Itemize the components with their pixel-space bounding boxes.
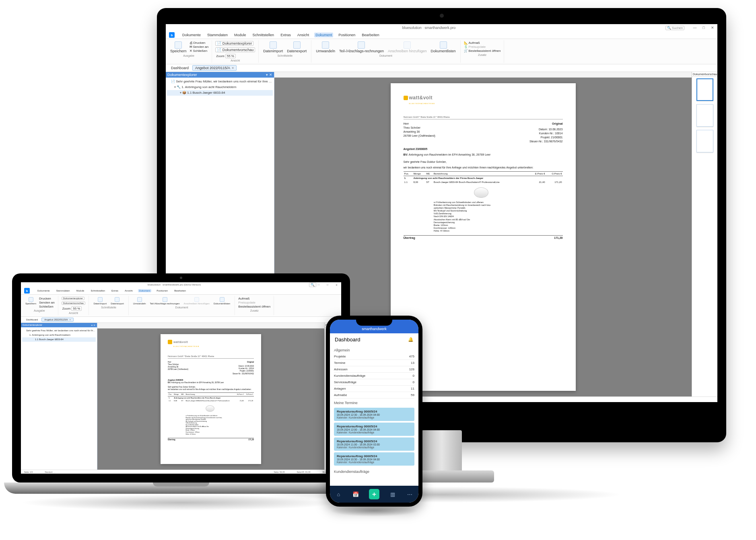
import-icon (270, 41, 277, 49)
nav-add-button[interactable]: ＋ (369, 489, 379, 499)
menu-dokumente[interactable]: Dokumente (181, 33, 202, 37)
save-icon (175, 41, 182, 49)
thumbnail-2[interactable] (696, 104, 713, 127)
menu-bearbeiten[interactable]: Bearbeiten (360, 33, 381, 37)
menu-extras[interactable]: Extras (279, 33, 292, 37)
zoom-control[interactable]: Zoom 55 % (215, 54, 237, 58)
mobile-header: Dashboard 🔔 (330, 333, 418, 346)
nav-home-icon[interactable]: ⌂ (334, 490, 342, 498)
export-icon (293, 41, 301, 49)
menu-ansicht[interactable]: Ansicht (296, 33, 311, 37)
menubar: b DokumenteStammdaten ModuleSchnittstell… (21, 287, 341, 294)
save-button[interactable]: Speichern (169, 41, 188, 53)
menubar: b Dokumente Stammdaten Module Schnittste… (166, 31, 717, 39)
appointment-card[interactable]: Reparaturauftrag 00005/2418.09.2024 12:0… (334, 423, 414, 436)
datenimport-button[interactable]: Datenimport (262, 41, 284, 53)
thumbnail-3[interactable] (696, 130, 713, 152)
nav-list-icon[interactable]: ▥ (389, 490, 397, 498)
product-description: ur Früherkennung von Schwelbränden und o… (434, 201, 562, 233)
app-title: bluesolution · smarthandwerk.pro (192, 26, 665, 30)
print-button[interactable]: 🖨 Drucken (190, 41, 209, 45)
ribbon: Speichern Drucken Senden an Schließen Au… (21, 294, 341, 317)
app-logo-icon: b (169, 32, 175, 38)
explorer-header: Dokumentexplorer▾ ✕ (166, 72, 274, 78)
table-row: 1.18,00STBusch-Jaeger 6833-84 Busch-Rauc… (404, 180, 563, 184)
send-button[interactable]: ✉ Senden an (190, 45, 209, 49)
appointment-card[interactable]: Reparaturauftrag 00005/2418.09.2024 10:3… (334, 452, 414, 466)
nav-more-icon[interactable]: ⋯ (406, 490, 414, 498)
tree-root[interactable]: 📄 Sehr geehrte Frau Müller, wir bedanken… (167, 79, 273, 84)
letter-icon (404, 41, 411, 49)
brand-mark-icon (404, 96, 408, 100)
product-image (474, 187, 488, 198)
carry-over: Übertrag171,20 (404, 235, 563, 240)
convert-icon (322, 41, 329, 49)
bottom-nav: ⌂ 📅 ＋ ▥ ⋯ (330, 486, 418, 503)
dokumentvorschau-toggle[interactable]: 📄 Dokumentvorschau (215, 47, 255, 52)
return-address: Heizmann GmbH * Breite Straße 10 * 48431… (404, 116, 563, 119)
document-tabs: Dashboard Angebot 2022/0115/A× (166, 64, 717, 72)
appointment-card[interactable]: Reparaturauftrag 00005/2418.09.2024 12:3… (334, 408, 414, 421)
dashboard-title: Dashboard (335, 337, 360, 343)
save-button[interactable]: Speichern (24, 297, 37, 305)
search-box[interactable]: 🔍 (309, 283, 316, 287)
minimize-button[interactable]: — (692, 26, 697, 30)
thumbnail-1[interactable] (696, 78, 713, 101)
maximize-button[interactable]: □ (701, 26, 706, 30)
section-kundendienst: Kundendienstaufträge (334, 467, 414, 475)
list-item[interactable]: Aufmaße59 (334, 392, 414, 398)
menu-stammdaten[interactable]: Stammdaten (206, 33, 229, 37)
close-button[interactable]: ✕ (710, 26, 715, 30)
document-number: Angebot 23/00005 (404, 147, 563, 151)
list-item[interactable]: Kundendienstaufträge0 (334, 373, 414, 379)
tree-section[interactable]: ▾🔧 1. Anbringung von acht Rauchmeldern (167, 84, 273, 90)
list-icon (440, 41, 447, 49)
umwandeln-button[interactable]: Umwandeln (315, 41, 336, 53)
mobile-app: smarthandwerk Dashboard 🔔 Allgemein Proj… (330, 320, 418, 503)
titlebar: bluesolution · smarthandwerk.pro 🔍 Suche… (166, 24, 717, 31)
menu-positionen[interactable]: Positionen (337, 33, 356, 37)
menu-module[interactable]: Module (233, 33, 247, 37)
section-allgemein: Allgemein (334, 346, 414, 353)
minimize-button[interactable]: — (316, 283, 321, 286)
nav-calendar-icon[interactable]: 📅 (352, 490, 360, 498)
close-doc-button[interactable]: ✕ Schließen (190, 49, 209, 53)
dokumentexplorer-toggle[interactable]: 📄 Dokumentexplorer (215, 41, 253, 46)
recipient-block: Herr Theo Schröer Amselring 36 26789 Lee… (404, 122, 435, 143)
dokumentlisten-button[interactable]: Dokumentlisten (430, 41, 457, 53)
tab-dashboard[interactable]: Dashboard (168, 65, 192, 71)
search-box[interactable]: 🔍 Suchen (665, 26, 684, 30)
aufmass-button[interactable]: 📐 Aufmaß (464, 41, 501, 45)
menu-schnittstellen[interactable]: Schnittstellen (251, 33, 276, 37)
datenexport-button[interactable]: Datenexport (286, 41, 308, 53)
ruler (274, 72, 692, 78)
list-item[interactable]: Serviceaufträge0 (334, 379, 414, 386)
meta-block: Original Datum: 10.08.2023 Kunden-Nr.: 1… (529, 122, 563, 143)
preview-panel: Dokumentvorschau (692, 72, 717, 396)
list-item[interactable]: Projekte475 (334, 353, 414, 360)
panel-controls[interactable]: ▾ ✕ (266, 73, 272, 77)
tree-position[interactable]: ▾📦 1.1 Busch-Jaeger 6833-84 (167, 90, 273, 96)
preisupdate-button: 💲 Preisupdate (464, 45, 501, 49)
list-item[interactable]: Termine13 (334, 360, 414, 366)
section-termine: Meine Termine (334, 398, 414, 406)
ribbon: Speichern 🖨 Drucken ✉ Senden an ✕ Schlie… (166, 39, 717, 64)
list-item[interactable]: Anlagen11 (334, 386, 414, 392)
invoice-icon (358, 41, 365, 49)
app-title: bluesolution · smarthandwerk.pro (Demo-V… (39, 283, 309, 286)
maximize-button[interactable]: □ (325, 283, 330, 286)
bell-icon[interactable]: 🔔 (408, 337, 414, 342)
tab-angebot[interactable]: Angebot 2022/0115/A× (192, 65, 237, 71)
close-icon[interactable]: × (232, 66, 234, 70)
close-button[interactable]: ✕ (334, 283, 339, 286)
menu-dokument[interactable]: Dokument (314, 33, 333, 37)
abschlag-button[interactable]: Teil-/Abschlags-rechnungen (338, 41, 385, 53)
positions-table: Pos.MengeMEBezeichnungE-Preis €G-Preis €… (404, 171, 563, 233)
app-logo-icon: b (24, 288, 30, 294)
bestellassistent-button[interactable]: 🛒 Bestellassistent öffnen (464, 49, 501, 53)
anschreiben-button: Anschreiben hinzufügen (387, 41, 428, 53)
appointment-card[interactable]: Reparaturauftrag 00005/2418.09.2024 11:0… (334, 437, 414, 451)
list-item[interactable]: Adressen128 (334, 366, 414, 373)
laptop-app: bluesolution · smarthandwerk.pro (Demo-V… (21, 282, 341, 474)
brand-logo: watt&volt (404, 94, 563, 101)
